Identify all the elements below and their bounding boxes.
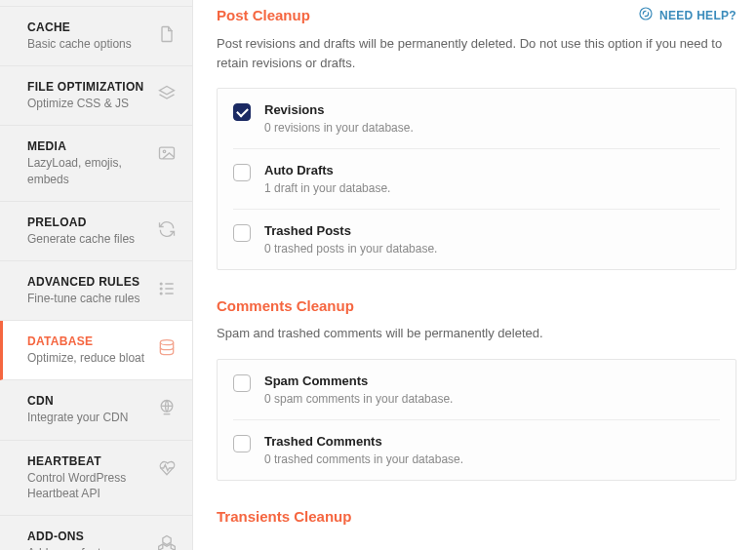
- sidebar-item-title: CDN: [27, 394, 149, 408]
- svg-point-1: [163, 150, 166, 153]
- image-icon: [157, 143, 177, 163]
- sidebar-item-advanced-rules[interactable]: ADVANCED RULES Fine-tune cache rules: [0, 261, 192, 321]
- svg-point-2: [160, 283, 162, 285]
- comments-cleanup-panel: Spam Comments 0 spam comments in your da…: [217, 359, 736, 481]
- sidebar-item-sub: Integrate your CDN: [27, 410, 149, 425]
- post-cleanup-panel: Revisions 0 revisions in your database. …: [217, 88, 736, 270]
- option-sub: 0 trashed comments in your database.: [264, 452, 463, 466]
- sidebar-item-title: FILE OPTIMIZATION: [27, 80, 149, 94]
- sidebar-item-database[interactable]: DATABASE Optimize, reduce bloat: [0, 321, 192, 380]
- option-trashed-posts[interactable]: Trashed Posts 0 trashed posts in your da…: [233, 209, 720, 269]
- sidebar-item-title: ADD-ONS: [27, 530, 149, 543]
- database-icon: [157, 338, 177, 358]
- sidebar-item-sub: Fine-tune cache rules: [27, 291, 149, 306]
- cubes-icon: [157, 533, 177, 550]
- checkbox-trashed-posts[interactable]: [233, 224, 251, 242]
- sidebar-item-media[interactable]: MEDIA LazyLoad, emojis, embeds: [0, 126, 192, 201]
- list-icon: [157, 279, 177, 298]
- sidebar-item-sub: Add more features: [27, 545, 149, 550]
- sidebar-item-title: PRELOAD: [27, 216, 149, 229]
- svg-point-4: [160, 293, 162, 295]
- sidebar-item-sub: Optimize, reduce bloat: [27, 350, 149, 366]
- need-help-link[interactable]: NEED HELP?: [638, 6, 736, 24]
- sidebar-item-sub: Basic cache options: [27, 36, 149, 52]
- option-revisions[interactable]: Revisions 0 revisions in your database.: [218, 89, 736, 148]
- option-title: Trashed Posts: [264, 223, 437, 238]
- checkbox-revisions[interactable]: [233, 103, 251, 121]
- main-content: Post Cleanup NEED HELP? Post revisions a…: [193, 0, 756, 550]
- svg-rect-0: [160, 148, 175, 160]
- sidebar-item-title: CACHE: [27, 20, 149, 34]
- heartbeat-icon: [157, 458, 177, 478]
- option-spam-comments[interactable]: Spam Comments 0 spam comments in your da…: [218, 360, 736, 419]
- checkbox-auto-drafts[interactable]: [233, 164, 251, 181]
- sidebar-item-title: ADVANCED RULES: [27, 275, 149, 289]
- sidebar-item-file-optimization[interactable]: FILE OPTIMIZATION Optimize CSS & JS: [0, 66, 192, 126]
- sidebar-item-title: DATABASE: [27, 334, 149, 348]
- sidebar-item-truncated[interactable]: [0, 0, 192, 7]
- sidebar-item-cache[interactable]: CACHE Basic cache options: [0, 7, 192, 66]
- section-desc-comments: Spam and trashed comments will be perman…: [217, 324, 736, 343]
- refresh-icon: [157, 219, 177, 239]
- sidebar-item-preload[interactable]: PRELOAD Generate cache files: [0, 202, 192, 261]
- option-sub: 0 spam comments in your database.: [264, 392, 453, 406]
- sidebar-item-sub: Generate cache files: [27, 231, 149, 247]
- layers-icon: [157, 84, 177, 103]
- option-sub: 1 draft in your database.: [264, 181, 390, 195]
- option-title: Trashed Comments: [264, 434, 463, 449]
- svg-point-8: [160, 340, 173, 345]
- sidebar-item-cdn[interactable]: CDN Integrate your CDN: [0, 380, 192, 440]
- sidebar-item-sub: LazyLoad, emojis, embeds: [27, 155, 149, 186]
- section-heading-comments-cleanup: Comments Cleanup: [217, 297, 736, 314]
- section-heading-transients-cleanup: Transients Cleanup: [217, 508, 736, 525]
- settings-sidebar: CACHE Basic cache options FILE OPTIMIZAT…: [0, 0, 193, 550]
- option-trashed-comments[interactable]: Trashed Comments 0 trashed comments in y…: [233, 419, 720, 480]
- option-title: Revisions: [264, 102, 414, 117]
- sidebar-item-sub: Optimize CSS & JS: [27, 96, 149, 111]
- need-help-label: NEED HELP?: [659, 9, 736, 22]
- sidebar-item-title: MEDIA: [27, 139, 149, 153]
- file-icon: [157, 24, 177, 44]
- help-icon: [638, 6, 654, 24]
- option-sub: 0 revisions in your database.: [264, 121, 414, 135]
- checkbox-spam-comments[interactable]: [233, 374, 251, 392]
- svg-point-3: [160, 288, 162, 290]
- sidebar-item-sub: Control WordPress Heartbeat API: [27, 470, 149, 501]
- sidebar-item-heartbeat[interactable]: HEARTBEAT Control WordPress Heartbeat AP…: [0, 441, 192, 516]
- option-title: Auto Drafts: [264, 163, 390, 177]
- sidebar-item-title: HEARTBEAT: [27, 454, 149, 468]
- section-desc-post: Post revisions and drafts will be perman…: [217, 34, 736, 72]
- svg-point-10: [640, 8, 652, 20]
- option-sub: 0 trashed posts in your database.: [264, 242, 437, 255]
- globe-icon: [157, 398, 177, 417]
- option-auto-drafts[interactable]: Auto Drafts 1 draft in your database.: [233, 148, 720, 209]
- section-heading-post-cleanup: Post Cleanup: [217, 7, 310, 23]
- sidebar-item-addons[interactable]: ADD-ONS Add more features: [0, 516, 192, 550]
- svg-point-11: [643, 11, 648, 16]
- option-title: Spam Comments: [264, 373, 453, 388]
- checkbox-trashed-comments[interactable]: [233, 435, 251, 452]
